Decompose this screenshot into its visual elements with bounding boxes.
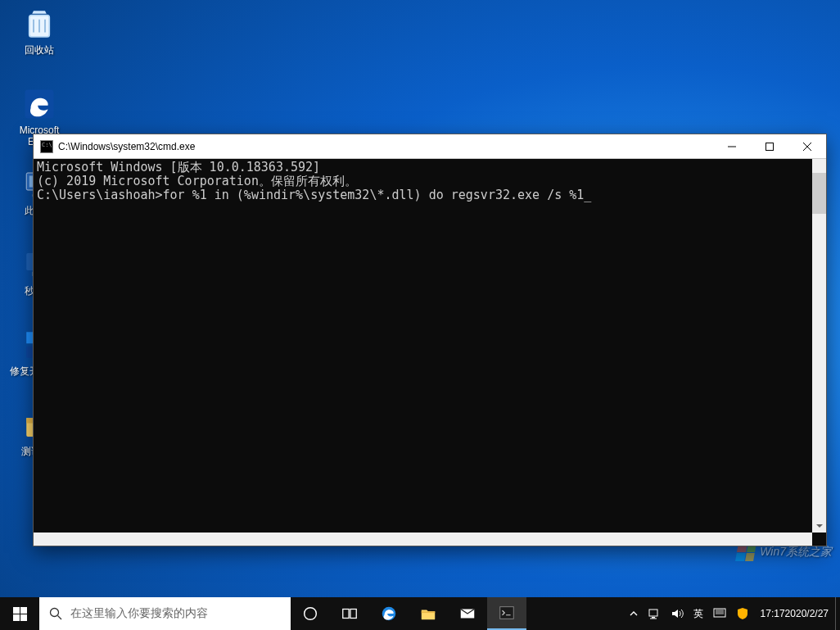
- clock-time: 17:17: [761, 608, 785, 619]
- terminal-command: for %1 in (%windir%\system32\*.dll) do r…: [163, 188, 585, 202]
- taskbar-search[interactable]: 在这里输入你要搜索的内容: [39, 597, 291, 630]
- desktop-icon-label: 回收站: [8, 44, 70, 56]
- show-desktop-button[interactable]: [835, 597, 840, 630]
- search-icon: [49, 607, 62, 620]
- watermark-text: Win7系统之家: [760, 545, 832, 560]
- taskbar-app-edge[interactable]: [369, 597, 409, 630]
- tray-ime-lang[interactable]: 英: [689, 597, 708, 630]
- tray-overflow-button[interactable]: [625, 597, 643, 630]
- svg-rect-24: [652, 617, 655, 619]
- desktop-icon-recycle-bin[interactable]: 回收站: [8, 7, 70, 56]
- task-view-button[interactable]: [330, 597, 369, 630]
- svg-rect-23: [649, 610, 657, 616]
- tray-clock[interactable]: 17:17 2020/2/27: [754, 597, 835, 630]
- cmd-icon: [40, 140, 53, 153]
- clock-date: 2020/2/27: [785, 608, 829, 619]
- cmd-window[interactable]: C:\Windows\system32\cmd.exe Microsoft Wi…: [33, 134, 827, 546]
- horizontal-scrollbar[interactable]: [34, 533, 812, 546]
- scrollbar-thumb[interactable]: [812, 173, 826, 214]
- terminal-cursor: [584, 188, 591, 202]
- taskbar-app-explorer[interactable]: [409, 597, 448, 630]
- svg-rect-20: [422, 611, 436, 613]
- windows-start-icon: [13, 607, 27, 621]
- tray-network-icon[interactable]: [643, 597, 666, 630]
- tray-security-icon[interactable]: [731, 597, 754, 630]
- edge-icon: [22, 87, 56, 121]
- scrollbar-up-button[interactable]: [812, 159, 826, 173]
- system-tray[interactable]: 英 17:17 2020/2/27: [625, 597, 840, 630]
- window-title: C:\Windows\system32\cmd.exe: [58, 141, 713, 152]
- close-button[interactable]: [788, 134, 826, 159]
- desktop[interactable]: 回收站 Microsoft Edge 此电脑 秒关机 修复开始菜单 测试123 …: [0, 0, 840, 597]
- taskbar-app-cmd[interactable]: [487, 597, 526, 630]
- scrollbar-down-button[interactable]: [812, 519, 826, 533]
- taskbar-app-mail[interactable]: [448, 597, 487, 630]
- svg-rect-18: [350, 610, 356, 619]
- start-button[interactable]: [0, 597, 39, 630]
- svg-rect-14: [766, 143, 774, 150]
- terminal-line: (c) 2019 Microsoft Corporation。保留所有权利。: [37, 174, 823, 188]
- svg-rect-26: [714, 609, 725, 617]
- svg-point-16: [305, 608, 317, 620]
- search-placeholder: 在这里输入你要搜索的内容: [70, 606, 208, 621]
- svg-rect-17: [343, 610, 349, 619]
- svg-point-15: [51, 609, 59, 617]
- terminal-prompt-line: C:\Users\iashoah>for %1 in (%windir%\sys…: [37, 188, 823, 202]
- tray-volume-icon[interactable]: [666, 597, 689, 630]
- svg-rect-25: [650, 619, 657, 619]
- maximize-button[interactable]: [751, 134, 788, 159]
- svg-rect-22: [500, 607, 514, 619]
- minimize-button[interactable]: [713, 134, 751, 159]
- terminal-prompt: C:\Users\iashoah>: [37, 188, 163, 202]
- cortana-button[interactable]: [291, 597, 330, 630]
- terminal-line: Microsoft Windows [版本 10.0.18363.592]: [37, 161, 823, 174]
- titlebar[interactable]: C:\Windows\system32\cmd.exe: [34, 134, 826, 159]
- terminal-body[interactable]: Microsoft Windows [版本 10.0.18363.592] (c…: [34, 159, 826, 546]
- vertical-scrollbar[interactable]: [812, 159, 826, 533]
- recycle-bin-icon: [22, 7, 56, 41]
- taskbar[interactable]: 在这里输入你要搜索的内容 英: [0, 597, 840, 630]
- ime-lang-label: 英: [693, 607, 703, 621]
- tray-ime-button[interactable]: [708, 597, 731, 630]
